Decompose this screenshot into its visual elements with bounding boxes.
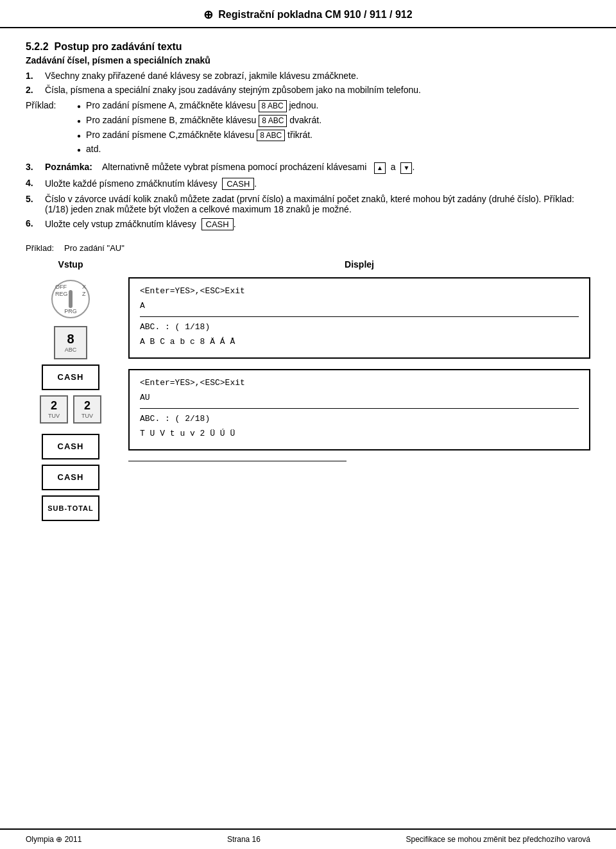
list-item-5: 5. Číslo v závorce uvádí kolik znaků můž… xyxy=(26,194,590,214)
key-8-num: 8 xyxy=(67,332,74,347)
key-8-abc[interactable]: 8 ABC xyxy=(54,326,87,359)
bullet-item-2: ● Pro zadání písmene B, zmáčkněte kláves… xyxy=(77,115,321,127)
item1-text: Všechny znaky přiřazené dané klávesy se … xyxy=(45,71,359,81)
display-column: Displej <Enter=YES>,<ESC>Exit A ABC. : (… xyxy=(128,259,590,468)
display1-line4: A B C a b c 8 Ä Á Å xyxy=(140,336,579,348)
display2-separator xyxy=(140,408,579,409)
display1-separator xyxy=(140,316,579,317)
section-number-title: 5.2.2 Postup pro zadávání textu xyxy=(26,41,590,53)
item5-num: 5. xyxy=(26,194,45,214)
item2-num: 2. xyxy=(26,85,45,95)
atd-text: atd. xyxy=(86,144,101,154)
display2-line1: <Enter=YES>,<ESC>Exit xyxy=(140,377,579,390)
display1-line2: A xyxy=(140,300,579,313)
mode-switch: OFF REG X Z PRG xyxy=(51,280,90,318)
example-section: Příklad: Pro zadání "AU" Vstup OFF REG X… xyxy=(26,243,590,526)
cash-kbd-inline-2: CASH xyxy=(201,218,234,230)
list-item-6: 6. Uložte cely vstup zmáčknutím klávesy … xyxy=(26,218,590,230)
header-logo: ⊕ xyxy=(203,8,213,22)
arrow-up-icon: ▲ xyxy=(374,162,386,174)
item3-text: Alternativně můžete vybrat písmena pomoc… xyxy=(102,162,366,172)
item1-num: 1. xyxy=(26,71,45,81)
mode-switch-bar xyxy=(69,290,73,308)
kbd-8abc-3: 8 ABC xyxy=(257,130,285,142)
cash-key-2[interactable]: CASH xyxy=(42,434,99,459)
bullet-atd: ● atd. xyxy=(77,144,321,154)
bullet-text-1: Pro zadání písmene A, zmáčkněte klávesu … xyxy=(86,100,318,112)
item4-text: Uložte každé písmeno zmáčknutím klávesy xyxy=(45,178,217,189)
item6-num: 6. xyxy=(26,218,45,230)
section-subtitle: Zadávání čísel, písmen a speciálních zna… xyxy=(26,55,590,65)
item3-num: 3. xyxy=(26,162,45,174)
cash-key-3[interactable]: CASH xyxy=(42,465,99,490)
display2-line3: ABC. : ( 2/18) xyxy=(140,413,579,425)
page-footer: Olympia ⊕ 2011 Strana 16 Specifikace se … xyxy=(0,828,616,849)
vstup-label: Vstup xyxy=(58,259,83,270)
kbd-8abc-1: 8 ABC xyxy=(259,100,287,112)
list-item-4: 4. Uložte každé písmeno zmáčknutím kláve… xyxy=(26,178,590,190)
arrow-down-icon: ▼ xyxy=(400,162,412,174)
mode-prg-label: PRG xyxy=(64,308,77,314)
display-divider xyxy=(128,461,346,461)
footer-right: Specifikace se mohou změnit bez předchoz… xyxy=(406,835,590,844)
subtotal-key[interactable]: SUB-TOTAL xyxy=(42,495,99,521)
bullet-dot-2: ● xyxy=(77,117,81,124)
cash-kbd-inline: CASH xyxy=(222,178,254,190)
item5-text: Číslo v závorce uvádí kolik znaků můžete… xyxy=(45,194,590,214)
bullet-dot-1: ● xyxy=(77,103,81,110)
two-keys-row: 2 TUV 2 TUV xyxy=(40,395,101,429)
item6-text: Uložte cely vstup zmáčknutím klávesy xyxy=(45,219,196,229)
mode-labels-left: OFF REG xyxy=(55,284,68,298)
item4-num: 4. xyxy=(26,178,45,190)
bullet-item-1: ● Pro zadání písmene A, zmáčkněte kláves… xyxy=(77,100,321,112)
bullet-dot-3: ● xyxy=(77,132,81,139)
priklad-row: Příklad: ● Pro zadání písmene A, zmáčkně… xyxy=(26,100,590,157)
displej-label: Displej xyxy=(128,259,590,270)
key-2-tuv-1[interactable]: 2 TUV xyxy=(40,395,68,424)
page-header: ⊕ Registrační pokladna CM 910 / 911 / 91… xyxy=(0,0,616,28)
example-header: Příklad: Pro zadání "AU" xyxy=(26,243,590,253)
bullet-text-2: Pro zadání písmene B, zmáčkněte klávesu … xyxy=(86,115,321,127)
page-content: 5.2.2 Postup pro zadávání textu Zadávání… xyxy=(0,28,616,565)
display2-line2: AU xyxy=(140,391,579,404)
display-box-1: <Enter=YES>,<ESC>Exit A ABC. : ( 1/18) A… xyxy=(128,277,590,359)
list-item-2: 2. Čísla, písmena a speciální znaky jsou… xyxy=(26,85,590,95)
keys-column: Vstup OFF REG X Z PRG 8 xyxy=(32,259,109,526)
priklad-label: Příklad: xyxy=(26,100,71,157)
mode-labels-right: X Z xyxy=(82,284,86,298)
item2-text: Čísla, písmena a speciální znaky jsou za… xyxy=(45,85,421,95)
header-title: Registrační pokladna CM 910 / 911 / 912 xyxy=(218,9,412,21)
bullet-item-3: ● Pro zadání písmene C,zmáčkněte klávesu… xyxy=(77,130,321,142)
bullet-dot-atd: ● xyxy=(77,146,81,153)
list-item-3: 3. Poznámka: Alternativně můžete vybrat … xyxy=(26,162,590,174)
cash-key-1[interactable]: CASH xyxy=(42,364,99,390)
bullet-text-3: Pro zadání písmene C,zmáčkněte klávesu 8… xyxy=(86,130,312,142)
display1-line1: <Enter=YES>,<ESC>Exit xyxy=(140,285,579,298)
display1-line3: ABC. : ( 1/18) xyxy=(140,321,579,334)
key-8-sub: ABC xyxy=(65,347,77,353)
display-box-2: <Enter=YES>,<ESC>Exit AU ABC. : ( 2/18) … xyxy=(128,369,590,450)
list-item-1: 1. Všechny znaky přiřazené dané klávesy … xyxy=(26,71,590,81)
item3-bold: Poznámka: xyxy=(45,162,92,172)
key-2-tuv-2[interactable]: 2 TUV xyxy=(73,395,101,424)
kbd-8abc-2: 8 ABC xyxy=(259,115,287,127)
example-desc: Pro zadání "AU" xyxy=(64,243,124,253)
footer-center: Strana 16 xyxy=(227,835,261,844)
footer-left: Olympia ⊕ 2011 xyxy=(26,835,81,844)
example-label: Příklad: xyxy=(26,243,54,253)
display2-line4: T U V t u v 2 Ü Ú Ü xyxy=(140,427,579,440)
example-layout: Vstup OFF REG X Z PRG 8 xyxy=(32,259,590,526)
